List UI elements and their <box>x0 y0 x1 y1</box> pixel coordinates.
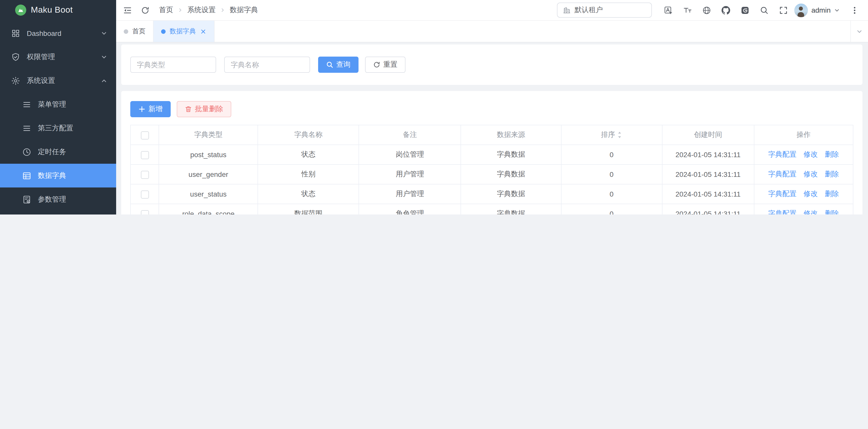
sidebar-item-label: 菜单管理 <box>38 100 107 109</box>
sidebar-item-label: Dashboard <box>27 29 101 37</box>
cell-remark: 用户管理 <box>359 165 461 184</box>
collapse-sidebar-icon[interactable] <box>123 5 132 15</box>
sidebar-item[interactable]: 菜单管理 <box>0 92 116 116</box>
fullscreen-icon[interactable] <box>779 6 788 15</box>
action-link[interactable]: 修改 <box>804 150 818 158</box>
batch-delete-button[interactable]: 批量删除 <box>177 101 231 117</box>
action-link[interactable]: 修改 <box>804 209 818 214</box>
refresh-icon[interactable] <box>141 6 150 15</box>
breadcrumb-item[interactable]: 数据字典 <box>230 5 258 15</box>
row-checkbox[interactable] <box>141 151 149 159</box>
search-icon[interactable] <box>760 6 769 15</box>
sidebar-item[interactable]: 权限管理 <box>0 45 116 69</box>
sidebar-item[interactable]: 数据字典 <box>0 164 116 188</box>
cell-dict-type: user_gender <box>159 165 258 184</box>
cell-created: 2024-01-05 14:31:11 <box>662 204 754 214</box>
font-size-icon[interactable] <box>683 6 692 15</box>
cell-source: 字典数据 <box>461 145 561 165</box>
tabbar: 首页数据字典 <box>116 21 868 42</box>
refresh-icon <box>373 61 380 68</box>
cell-dict-type: user_status <box>159 184 258 204</box>
building-icon <box>563 6 570 14</box>
menu-list-icon <box>22 100 31 109</box>
user-menu[interactable]: admin <box>794 3 840 17</box>
row-checkbox[interactable] <box>141 210 149 214</box>
batch-delete-button-label: 批量删除 <box>195 105 223 114</box>
more-vertical-icon[interactable] <box>850 6 859 15</box>
breadcrumb-item[interactable]: 首页 <box>159 5 173 15</box>
plus-icon <box>138 106 146 113</box>
avatar[interactable] <box>794 3 808 17</box>
topbar: 首页系统设置数据字典 默认租户 admin <box>116 0 868 21</box>
action-link[interactable]: 字典配置 <box>768 209 797 214</box>
globe-icon[interactable] <box>702 6 711 15</box>
reset-button[interactable]: 重置 <box>365 57 405 73</box>
action-link[interactable]: 删除 <box>825 150 839 158</box>
action-link[interactable]: 修改 <box>804 170 818 178</box>
sort-caret-icon[interactable] <box>617 131 622 139</box>
tab-dot <box>161 29 166 34</box>
col-source: 数据来源 <box>461 125 561 145</box>
tab-active[interactable]: 数据字典 <box>154 21 215 42</box>
action-link[interactable]: 字典配置 <box>768 150 797 158</box>
search-icon <box>326 61 333 68</box>
sidebar-item[interactable]: 参数管理 <box>0 188 116 211</box>
row-checkbox[interactable] <box>141 190 149 198</box>
app-title: Maku Boot <box>31 5 73 15</box>
row-checkbox[interactable] <box>141 171 149 179</box>
select-all-cell <box>130 125 159 145</box>
translate-icon[interactable] <box>664 6 673 15</box>
sidebar-item[interactable]: 定时任务 <box>0 140 116 164</box>
sidebar-nav: Dashboard权限管理系统设置菜单管理第三方配置定时任务数据字典参数管理附件… <box>0 20 116 214</box>
tenant-value: 默认租户 <box>575 5 603 15</box>
chevron-up-icon <box>101 78 107 84</box>
menu-list-icon <box>22 123 31 133</box>
action-link[interactable]: 修改 <box>804 190 818 198</box>
tab-overflow-button[interactable] <box>850 21 868 42</box>
topbar-actions: 默认租户 admin <box>557 2 859 18</box>
row-select-cell <box>130 204 159 214</box>
sidebar-item[interactable]: Dashboard <box>0 21 116 45</box>
cell-sort: 0 <box>561 204 662 214</box>
sidebar-item[interactable]: 第三方配置 <box>0 116 116 140</box>
row-actions-cell: 字典配置修改删除 <box>754 184 853 204</box>
grid-icon <box>11 29 20 38</box>
sidebar-item[interactable]: 附件管理 <box>0 211 116 214</box>
search-button[interactable]: 查询 <box>318 57 359 73</box>
cell-sort: 0 <box>561 184 662 204</box>
gear-icon <box>11 76 20 85</box>
close-icon[interactable] <box>200 28 207 35</box>
sidebar-item-label: 第三方配置 <box>38 123 107 133</box>
sidebar-item-label: 系统设置 <box>27 76 101 85</box>
reset-button-label: 重置 <box>383 60 397 69</box>
action-link[interactable]: 删除 <box>825 170 839 178</box>
cell-remark: 角色管理 <box>359 204 461 214</box>
add-button[interactable]: 新增 <box>130 101 171 117</box>
cell-created: 2024-01-05 14:31:11 <box>662 165 754 184</box>
action-link[interactable]: 删除 <box>825 209 839 214</box>
cell-source: 字典数据 <box>461 204 561 214</box>
action-link[interactable]: 字典配置 <box>768 170 797 178</box>
action-link[interactable]: 删除 <box>825 190 839 198</box>
col-sort[interactable]: 排序 <box>561 125 662 145</box>
select-all-checkbox[interactable] <box>141 131 149 139</box>
content: 查询 重置 新增 批量删除 <box>116 42 868 214</box>
table-body: post_status状态岗位管理字典数据02024-01-05 14:31:1… <box>130 145 853 214</box>
table-row: role_data_scope数据范围角色管理字典数据02024-01-05 1… <box>130 204 853 214</box>
dict-name-input[interactable] <box>224 57 310 73</box>
sidebar-item[interactable]: 系统设置 <box>0 69 116 92</box>
tenant-select[interactable]: 默认租户 <box>557 2 652 18</box>
breadcrumb-item[interactable]: 系统设置 <box>187 5 216 15</box>
dict-type-input[interactable] <box>130 57 216 73</box>
gitee-icon[interactable] <box>741 6 749 15</box>
sidebar-item-label: 参数管理 <box>38 195 107 204</box>
action-link[interactable]: 字典配置 <box>768 190 797 198</box>
cell-dict-type: post_status <box>159 145 258 165</box>
github-icon[interactable] <box>721 6 730 15</box>
tab-item[interactable]: 首页 <box>116 21 154 42</box>
maku-logo-icon <box>15 4 26 16</box>
tab-dot <box>124 29 128 34</box>
app-logo[interactable]: Maku Boot <box>0 0 116 20</box>
chevron-down-icon <box>857 28 863 34</box>
chevron-down-icon <box>101 54 107 60</box>
